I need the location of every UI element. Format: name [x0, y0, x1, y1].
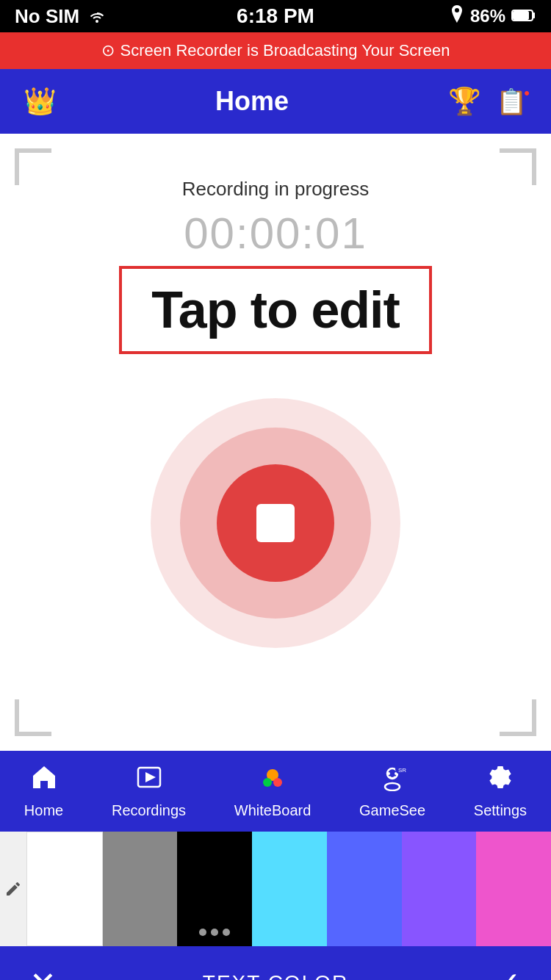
app-header: 👑 Home 🏆 📋 — [0, 69, 551, 134]
nav-gamesee[interactable]: SR GameSee — [359, 763, 425, 819]
svg-text:SR: SR — [398, 767, 406, 774]
color-swatch-white[interactable] — [26, 832, 103, 946]
status-right: 86% — [450, 5, 536, 27]
tap-to-edit-text: Tap to edit — [151, 281, 400, 339]
trophy-icon: 🏆 — [448, 86, 481, 117]
svg-rect-1 — [533, 12, 535, 18]
crown-button[interactable]: 👑 — [22, 84, 57, 119]
corner-br-decoration — [500, 699, 536, 736]
color-swatch-pink[interactable] — [476, 832, 551, 946]
tap-to-edit-box[interactable]: Tap to edit — [119, 266, 432, 354]
main-content: Recording in progress 00:00:01 Tap to ed… — [0, 134, 551, 751]
crown-icon: 👑 — [24, 86, 57, 117]
color-swatch-blue[interactable] — [327, 832, 402, 946]
color-swatch-violet[interactable] — [402, 832, 477, 946]
wifi-icon — [87, 5, 107, 28]
nav-gamesee-label: GameSee — [359, 802, 425, 819]
stop-button-container — [151, 398, 400, 648]
color-swatch-gray[interactable] — [103, 832, 178, 946]
news-button[interactable]: 📋 — [494, 84, 529, 119]
settings-icon — [486, 763, 514, 798]
text-color-confirm-button[interactable]: ✓ — [494, 965, 522, 981]
status-time: 6:18 PM — [237, 4, 314, 28]
svg-marker-4 — [145, 772, 156, 782]
trophy-button[interactable]: 🏆 — [447, 84, 482, 119]
dots-indicator — [199, 929, 230, 936]
svg-point-6 — [263, 778, 272, 787]
nav-settings-label: Settings — [474, 802, 527, 819]
color-swatch-cyan[interactable] — [252, 832, 327, 946]
carrier-text: No SIM — [15, 5, 79, 28]
nav-settings[interactable]: Settings — [474, 763, 527, 819]
nav-home[interactable]: Home — [24, 763, 63, 819]
battery-text: 86% — [470, 6, 505, 26]
recording-timer: 00:00:01 — [184, 208, 367, 259]
text-color-close-button[interactable]: ✕ — [29, 965, 57, 981]
text-color-bar: ✕ TEXT COLOR ✓ — [0, 946, 551, 980]
corner-tr-decoration — [500, 148, 536, 185]
battery-icon — [511, 6, 536, 26]
color-swatches — [26, 832, 551, 946]
svg-point-7 — [273, 778, 282, 787]
header-title: Home — [215, 86, 289, 117]
home-icon — [30, 763, 58, 798]
svg-point-9 — [385, 783, 400, 790]
nav-whiteboard[interactable]: WhiteBoard — [234, 763, 311, 819]
corner-tl-decoration — [15, 148, 51, 185]
status-left: No SIM — [15, 5, 107, 28]
corner-bl-decoration — [15, 699, 51, 736]
color-swatch-black[interactable] — [177, 832, 252, 946]
nav-home-label: Home — [24, 802, 63, 819]
whiteboard-icon — [259, 763, 287, 798]
nav-recordings-label: Recordings — [112, 802, 186, 819]
pencil-icon — [0, 832, 26, 946]
recording-status-text: Recording in progress — [182, 178, 369, 201]
gamesee-icon: SR — [378, 763, 406, 798]
svg-point-10 — [387, 772, 390, 775]
color-picker-section — [0, 832, 551, 946]
location-icon — [450, 5, 464, 27]
svg-rect-2 — [513, 11, 529, 20]
nav-whiteboard-label: WhiteBoard — [234, 802, 311, 819]
header-right-icons: 🏆 📋 — [447, 84, 529, 119]
nav-recordings[interactable]: Recordings — [112, 763, 186, 819]
broadcast-banner: ⊙ Screen Recorder is Broadcasting Your S… — [0, 32, 551, 69]
text-color-label: TEXT COLOR — [203, 971, 348, 980]
stop-recording-button[interactable] — [217, 464, 334, 582]
news-icon: 📋 — [496, 87, 527, 116]
status-bar: No SIM 6:18 PM 86% — [0, 0, 551, 32]
bottom-navigation: Home Recordings WhiteBoard — [0, 751, 551, 832]
recordings-icon — [135, 763, 163, 798]
stop-icon — [256, 504, 295, 542]
broadcast-record-icon: ⊙ — [101, 41, 115, 60]
broadcast-text: Screen Recorder is Broadcasting Your Scr… — [120, 41, 450, 60]
